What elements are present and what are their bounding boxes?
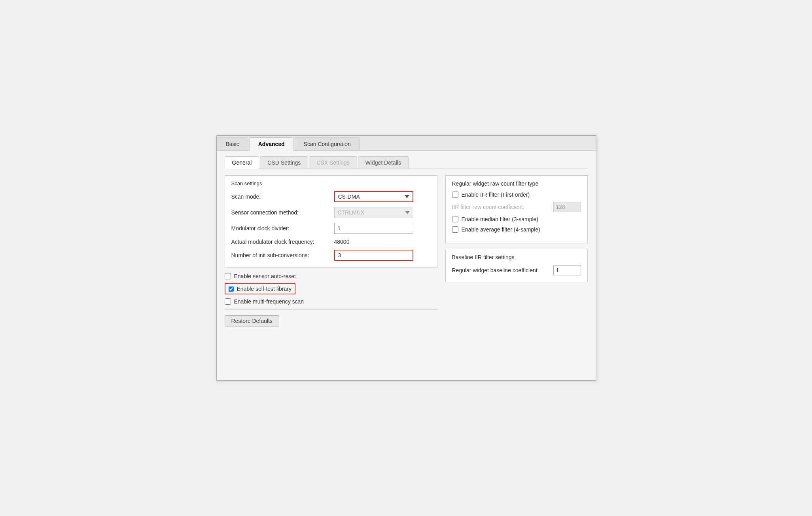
content-area: General CSD Settings CSX Settings Widget… — [217, 151, 596, 334]
scan-mode-select[interactable]: CS-DMA INT-driven DMA-driven — [334, 191, 413, 202]
enable-self-test-library-row: Enable self-test library — [225, 283, 296, 294]
top-tab-bar: Basic Advanced Scan Configuration — [217, 136, 596, 151]
enable-sensor-auto-reset-row: Enable sensor auto-reset — [225, 273, 437, 279]
tab-basic[interactable]: Basic — [217, 137, 248, 150]
num-init-sub-conversions-input[interactable] — [334, 250, 413, 261]
enable-average-label: Enable average filter (4-sample) — [462, 226, 540, 233]
enable-multi-frequency-row: Enable multi-frequency scan — [225, 298, 437, 305]
num-init-sub-conversions-label: Number of init sub-conversions: — [231, 252, 334, 258]
actual-modulator-label: Actual modulator clock frequency: — [231, 239, 334, 245]
enable-self-test-library-label: Enable self-test library — [237, 286, 292, 292]
enable-iir-checkbox[interactable] — [452, 192, 458, 198]
modulator-clock-input[interactable] — [334, 223, 413, 234]
actual-modulator-value: 48000 — [334, 239, 350, 245]
enable-sensor-auto-reset-checkbox[interactable] — [225, 273, 231, 279]
scan-settings-group: Scan settings Scan mode: CS-DMA INT-driv… — [225, 175, 437, 267]
sub-tab-bar: General CSD Settings CSX Settings Widget… — [225, 156, 588, 169]
tab-csd-settings[interactable]: CSD Settings — [260, 156, 308, 169]
enable-median-label: Enable median filter (3-sample) — [462, 216, 539, 222]
tab-widget-details[interactable]: Widget Details — [358, 156, 409, 169]
tab-scan-config[interactable]: Scan Configuration — [295, 137, 360, 150]
iir-coefficient-label: IIR filter raw count coefficient: — [452, 204, 550, 210]
baseline-group: Baseline IIR filter settings Regular wid… — [445, 249, 588, 282]
left-column: Scan settings Scan mode: CS-DMA INT-driv… — [225, 175, 437, 326]
iir-coefficient-input — [553, 202, 581, 212]
actual-modulator-row: Actual modulator clock frequency: 48000 — [231, 239, 431, 245]
restore-defaults-button[interactable]: Restore Defaults — [225, 315, 279, 326]
enable-sensor-auto-reset-label: Enable sensor auto-reset — [234, 273, 296, 279]
sensor-connection-select: CTRLMUX — [334, 207, 413, 218]
enable-self-test-library-checkbox[interactable] — [229, 286, 234, 292]
enable-multi-frequency-label: Enable multi-frequency scan — [234, 298, 304, 305]
enable-iir-row: Enable IIR filter (First order) — [452, 192, 581, 198]
scan-mode-label: Scan mode: — [231, 194, 334, 200]
enable-median-checkbox[interactable] — [452, 216, 458, 222]
iir-coefficient-row: IIR filter raw count coefficient: — [452, 202, 581, 212]
baseline-coefficient-input[interactable] — [553, 265, 581, 275]
tab-advanced[interactable]: Advanced — [249, 137, 294, 151]
enable-multi-frequency-checkbox[interactable] — [225, 298, 231, 305]
enable-iir-label: Enable IIR filter (First order) — [462, 192, 530, 198]
baseline-group-title: Baseline IIR filter settings — [452, 254, 581, 260]
enable-median-row: Enable median filter (3-sample) — [452, 216, 581, 222]
tab-general[interactable]: General — [225, 156, 259, 169]
main-window: Basic Advanced Scan Configuration Genera… — [216, 135, 596, 381]
sensor-connection-label: Sensor connection method: — [231, 209, 334, 216]
enable-average-row: Enable average filter (4-sample) — [452, 226, 581, 233]
main-layout: Scan settings Scan mode: CS-DMA INT-driv… — [225, 175, 588, 326]
tab-csx-settings: CSX Settings — [309, 156, 357, 169]
filter-group-title: Regular widget raw count filter type — [452, 180, 581, 187]
right-column: Regular widget raw count filter type Ena… — [445, 175, 588, 326]
divider — [225, 309, 437, 310]
scan-mode-row: Scan mode: CS-DMA INT-driven DMA-driven — [231, 191, 431, 202]
num-init-sub-conversions-row: Number of init sub-conversions: — [231, 250, 431, 261]
modulator-clock-label: Modulator clock divider: — [231, 225, 334, 231]
enable-average-checkbox[interactable] — [452, 226, 458, 233]
filter-group: Regular widget raw count filter type Ena… — [445, 175, 588, 243]
scan-settings-title: Scan settings — [231, 180, 431, 186]
baseline-coefficient-label: Regular widget baseline coefficient: — [452, 267, 550, 273]
sensor-connection-row: Sensor connection method: CTRLMUX — [231, 207, 431, 218]
modulator-clock-row: Modulator clock divider: — [231, 223, 431, 234]
baseline-coefficient-row: Regular widget baseline coefficient: — [452, 265, 581, 275]
